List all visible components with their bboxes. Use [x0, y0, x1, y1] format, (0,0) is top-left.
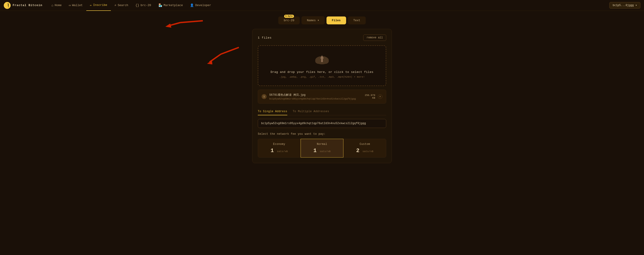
nav-items: ⌂ Home ▭ Wallet ✏ Inscribe ⌕ Search {} b…	[48, 0, 609, 11]
main-content: 5-byte brc-20 Names ▾ Files Text 1 files…	[0, 11, 644, 255]
panel-header: 1 files remove all	[258, 35, 386, 41]
fee-normal-value: 1	[314, 148, 316, 154]
address-input[interactable]	[258, 119, 386, 128]
navbar: Fractal Bitcoin ⌂ Home ▭ Wallet ✏ Inscri…	[0, 0, 644, 11]
logo-icon	[4, 2, 11, 9]
tab-files[interactable]: Files	[326, 17, 346, 24]
fee-economy-unit: sats/vB	[277, 150, 288, 153]
file-info: S6781看热点解读 拷贝.jpg bc1p5yw52vg69m1rs95yyx…	[269, 93, 362, 100]
tab-files-label: Files	[332, 19, 341, 22]
fee-custom-value: 2	[356, 148, 360, 154]
svg-marker-10	[207, 61, 212, 64]
nav-label-brc20: brc-20	[140, 4, 151, 7]
tab-names-label: Names ▾	[307, 19, 319, 22]
svg-marker-7	[166, 24, 171, 28]
file-item: 1 S6781看热点解读 拷贝.jpg bc1p5yw52vg69m1rs95y…	[258, 90, 386, 104]
dropzone-text: Drag and drop your files here, or click …	[263, 70, 381, 74]
address-tabs: To Single Address To Multiple Addresses	[258, 108, 386, 115]
svg-line-11	[221, 47, 239, 54]
file-size-value: 256.970	[365, 94, 375, 97]
nav-item-home[interactable]: ⌂ Home	[48, 0, 65, 11]
fee-economy-label: Economy	[261, 143, 298, 146]
nav-item-search[interactable]: ⌕ Search	[111, 0, 132, 11]
wallet-button[interactable]: bc1p5...0jggg ▾	[609, 2, 640, 9]
nav-logo[interactable]: Fractal Bitcoin	[4, 2, 42, 9]
tab-brc20[interactable]: 5-byte brc-20	[278, 17, 300, 24]
upload-cloud-icon	[314, 53, 330, 66]
fee-normal-unit: sats/vB	[320, 150, 330, 153]
tab-names[interactable]: Names ▾	[302, 16, 325, 24]
fee-custom-unit: sats/vB	[362, 150, 374, 153]
nav-item-brc20[interactable]: {} brc-20	[132, 0, 155, 11]
nav-label-marketplace: Marketplace	[164, 4, 183, 7]
fee-card-custom[interactable]: Custom 2 sats/vB	[344, 139, 386, 157]
nav-item-inscribe[interactable]: ✏ Inscribe	[86, 0, 111, 11]
nav-label-home: Home	[54, 4, 62, 7]
inscribe-icon: ✏	[90, 3, 92, 7]
svg-line-6	[168, 23, 180, 26]
logo-text: Fractal Bitcoin	[12, 4, 42, 7]
developer-icon: 👤	[190, 4, 194, 7]
wallet-address: bc1p5...0jggg ▾	[613, 4, 637, 7]
remove-all-button[interactable]: remove all	[363, 35, 386, 41]
file-address: bc1p5yw52vg69m1rs95yyx4gd9chqt1qp76at2d3…	[269, 98, 362, 100]
nav-item-wallet[interactable]: ▭ Wallet	[65, 0, 86, 11]
file-count: 1 files	[258, 36, 272, 40]
home-icon: ⌂	[52, 4, 53, 7]
svg-line-9	[210, 54, 221, 62]
fee-card-normal[interactable]: Normal 1 sats/vB	[300, 139, 344, 157]
fee-label: Select the network fee you want to pay:	[258, 132, 386, 136]
fee-normal-label: Normal	[304, 143, 340, 146]
nav-label-wallet: Wallet	[72, 4, 83, 7]
dropzone-formats: .jpg, .webp, .png, .gif, .txt, .mp3, .mp…	[263, 76, 381, 78]
tabs-row: 5-byte brc-20 Names ▾ Files Text	[278, 16, 366, 24]
file-name: S6781看热点解读 拷贝.jpg	[269, 93, 362, 97]
file-index: 1	[262, 94, 266, 99]
inscribe-panel: 1 files remove all Drag and drop your fi…	[252, 29, 392, 163]
file-size: 256.970 KB	[365, 94, 375, 99]
nav-label-search: Search	[118, 4, 128, 7]
brc20-icon: {}	[136, 4, 139, 7]
nav-item-developer[interactable]: 👤 Developer	[186, 0, 214, 11]
brc20-badge: 5-byte	[284, 15, 294, 18]
search-icon: ⌕	[114, 4, 116, 7]
tab-brc20-label: brc-20	[284, 19, 294, 22]
nav-label-developer: Developer	[195, 4, 211, 7]
fee-economy-value-row: 1 sats/vB	[261, 148, 298, 154]
tab-text[interactable]: Text	[348, 17, 366, 24]
fee-economy-value: 1	[270, 148, 274, 154]
marketplace-icon: 🏪	[158, 4, 162, 7]
tab-text-label: Text	[353, 19, 360, 22]
file-size-unit: KB	[372, 97, 375, 99]
file-remove-button[interactable]: ✕	[378, 94, 382, 99]
address-tab-single[interactable]: To Single Address	[258, 108, 287, 115]
svg-line-8	[180, 21, 203, 23]
fee-cards: Economy 1 sats/vB Normal 1 sats/vB Custo…	[258, 139, 386, 157]
wallet-icon: ▭	[69, 4, 71, 7]
nav-label-inscribe: Inscribe	[93, 4, 107, 7]
fee-custom-label: Custom	[346, 143, 383, 146]
fee-normal-value-row: 1 sats/vB	[304, 148, 340, 154]
nav-item-marketplace[interactable]: 🏪 Marketplace	[155, 0, 186, 11]
fee-card-economy[interactable]: Economy 1 sats/vB	[258, 139, 300, 157]
fee-custom-value-row: 2 sats/vB	[346, 148, 383, 154]
dropzone[interactable]: Drag and drop your files here, or click …	[258, 45, 386, 86]
address-tab-multiple[interactable]: To Multiple Addresses	[293, 108, 329, 115]
